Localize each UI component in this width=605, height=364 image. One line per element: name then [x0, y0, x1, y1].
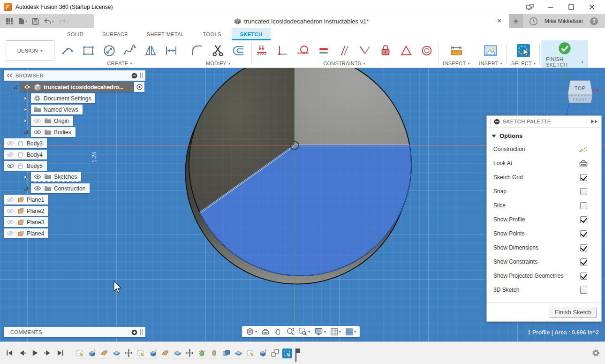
- sketch-origin-point[interactable]: [291, 142, 299, 150]
- viewport-canvas[interactable]: 1.25 Y TOP FRONT X Z BROWSER truncated i…: [0, 68, 605, 341]
- finish-sketch-icon[interactable]: [557, 40, 573, 56]
- perpendicular-constraint-icon[interactable]: [274, 43, 290, 59]
- timeline-feature-move-10[interactable]: [185, 349, 195, 358]
- timeline-feature-combine-13[interactable]: [221, 349, 231, 358]
- save-icon[interactable]: [31, 17, 40, 26]
- tree-item-body4[interactable]: Body4: [4, 150, 47, 159]
- tangent-constraint-icon[interactable]: [295, 43, 311, 59]
- timeline-feature-slab-9[interactable]: [173, 349, 182, 358]
- ribbon-tab-solid[interactable]: SOLID: [59, 28, 92, 40]
- display-window-icon[interactable]: [521, 1, 539, 13]
- tree-item-named-views[interactable]: Named Views: [31, 105, 83, 114]
- app-grid-icon[interactable]: [5, 16, 14, 26]
- visibility-off-icon[interactable]: [6, 207, 14, 215]
- visibility-on-icon[interactable]: [33, 185, 41, 192]
- slice-checkbox[interactable]: [580, 202, 587, 209]
- inspect-group-label[interactable]: INSPECT: [443, 61, 466, 66]
- fillet-tool-icon[interactable]: [189, 43, 205, 59]
- visibility-on-icon[interactable]: [23, 83, 31, 91]
- go-to-end-icon[interactable]: [55, 349, 65, 358]
- expand-node-icon[interactable]: [22, 174, 29, 181]
- file-menu-icon[interactable]: ▾: [17, 16, 28, 26]
- panel-grip[interactable]: [489, 119, 491, 124]
- measure-tool-icon[interactable]: [448, 43, 464, 59]
- visibility-on-icon[interactable]: [33, 173, 41, 181]
- tree-item-body3[interactable]: Body3: [4, 138, 47, 148]
- tree-item-plane1[interactable]: Plane1: [4, 195, 48, 205]
- mirror-tool-icon[interactable]: [143, 43, 159, 59]
- maximize-button[interactable]: [562, 1, 581, 13]
- insert-group-label[interactable]: INSERT: [479, 61, 498, 66]
- timeline-feature-sketch-15[interactable]: [246, 349, 256, 358]
- collapse-node-icon[interactable]: [11, 83, 19, 91]
- expand-panel-icon[interactable]: [591, 119, 597, 124]
- timeline-feature-move-5[interactable]: [124, 349, 134, 358]
- collapse-panel-icon[interactable]: [7, 73, 13, 78]
- expand-node-icon[interactable]: [22, 106, 29, 114]
- timeline-feature-sketch-active-18[interactable]: [282, 349, 292, 358]
- tree-item-document-settings[interactable]: Document Settings: [31, 93, 95, 103]
- display-settings-icon[interactable]: ▾: [314, 327, 326, 336]
- viewcube-front-label[interactable]: FRONT: [573, 98, 587, 101]
- dimension-tool-icon[interactable]: [163, 43, 179, 59]
- pan-icon[interactable]: [274, 328, 282, 336]
- visibility-off-icon[interactable]: [6, 230, 14, 237]
- tree-item-plane3[interactable]: Plane3: [4, 217, 48, 227]
- show-profile-checkbox[interactable]: [580, 216, 587, 223]
- tree-item-plane4[interactable]: Plane4: [4, 228, 48, 238]
- constraints-group-label[interactable]: CONSTRAINTS: [323, 61, 361, 66]
- show-points-checkbox[interactable]: [580, 230, 587, 237]
- timeline-feature-extrude-16[interactable]: [258, 349, 268, 358]
- visibility-off-icon[interactable]: [6, 151, 14, 159]
- concentric-constraint-icon[interactable]: [419, 43, 435, 59]
- timeline-feature-sketch-1[interactable]: [75, 349, 85, 358]
- lookat-icon[interactable]: [579, 159, 588, 168]
- grid-settings-icon[interactable]: ▾: [330, 328, 341, 336]
- options-section-header[interactable]: Options: [487, 128, 601, 142]
- show-projected-geometries-checkbox[interactable]: [580, 273, 587, 280]
- finish-sketch-group-label[interactable]: FINISH SKETCH: [546, 56, 580, 68]
- sketch-palette-header[interactable]: SKETCH PALETTE: [487, 116, 601, 128]
- show-constraints-checkbox[interactable]: [580, 258, 587, 265]
- modify-group-label[interactable]: MODIFY: [206, 61, 227, 66]
- close-button[interactable]: [582, 1, 601, 13]
- go-to-start-icon[interactable]: [5, 349, 14, 358]
- undo-icon[interactable]: ▾: [43, 17, 55, 26]
- symmetry-constraint-icon[interactable]: [398, 43, 414, 59]
- tree-item-truncated-icosidodecahedro[interactable]: truncated icosidodecahedro...: [21, 82, 133, 92]
- parallel-constraint-icon[interactable]: [336, 43, 352, 59]
- visibility-on-icon[interactable]: [33, 129, 41, 136]
- tree-item-sketches[interactable]: Sketches: [31, 172, 81, 182]
- construction-icon[interactable]: [579, 144, 588, 154]
- visibility-off-icon[interactable]: [33, 117, 41, 125]
- viewports-icon[interactable]: ▾: [345, 328, 356, 336]
- timeline-feature-pattern-17[interactable]: [270, 349, 280, 358]
- timeline-feature-slab-4[interactable]: [112, 349, 121, 358]
- visibility-off-icon[interactable]: [6, 140, 14, 147]
- rectangle-tool-icon[interactable]: [81, 43, 97, 59]
- lookat-icon[interactable]: [261, 328, 270, 335]
- ribbon-tab-sheet-metal[interactable]: SHEET METAL: [138, 28, 193, 40]
- snap-checkbox[interactable]: [580, 188, 587, 195]
- create-group-label[interactable]: CREATE: [107, 61, 128, 66]
- sketch-grid-checkbox[interactable]: [580, 174, 587, 181]
- timeline-position-marker[interactable]: [295, 348, 301, 362]
- help-icon[interactable]: ?: [590, 17, 598, 26]
- viewcube-top-label[interactable]: TOP: [575, 86, 585, 91]
- new-tab-button[interactable]: +: [509, 14, 523, 28]
- timeline-feature-sketch-6[interactable]: [136, 349, 146, 358]
- spline-tool-icon[interactable]: [122, 43, 138, 59]
- design-workspace-dropdown[interactable]: DESIGN ▾: [6, 40, 54, 61]
- fix-lock-constraint-icon[interactable]: [378, 43, 393, 59]
- minimize-button[interactable]: [541, 1, 560, 13]
- redo-icon[interactable]: ▾: [58, 17, 70, 26]
- visibility-off-icon[interactable]: [6, 219, 14, 226]
- collapse-node-icon[interactable]: [22, 185, 29, 192]
- expand-node-icon[interactable]: [22, 95, 29, 102]
- recent-clock-icon[interactable]: [529, 17, 538, 26]
- comments-bar[interactable]: COMMENTS: [4, 327, 145, 337]
- view-cube[interactable]: Y TOP FRONT X Z: [565, 70, 600, 118]
- add-comment-icon[interactable]: [131, 329, 137, 335]
- equal-constraint-icon[interactable]: [316, 43, 332, 59]
- ribbon-tab-tools[interactable]: TOOLS: [195, 28, 230, 40]
